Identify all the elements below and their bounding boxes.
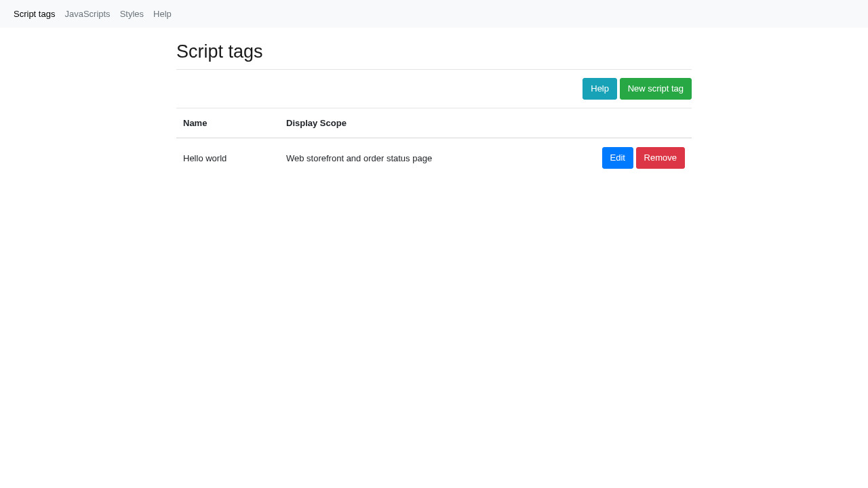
table-row: Hello world Web storefront and order sta… <box>176 138 692 178</box>
cell-display-scope: Web storefront and order status page <box>279 138 537 178</box>
nav-item-javascripts[interactable]: JavaScripts <box>64 9 110 19</box>
help-button[interactable]: Help <box>583 78 617 100</box>
edit-button[interactable]: Edit <box>602 147 633 169</box>
cell-actions: Edit Remove <box>537 138 692 178</box>
remove-button[interactable]: Remove <box>636 147 685 169</box>
script-tags-table: Name Display Scope Hello world Web store… <box>176 108 692 178</box>
main-container: Script tags Help New script tag Name Dis… <box>163 28 705 191</box>
nav-item-help[interactable]: Help <box>153 9 172 19</box>
nav-item-styles[interactable]: Styles <box>120 9 144 19</box>
column-header-name: Name <box>176 108 279 138</box>
page-title: Script tags <box>176 41 692 70</box>
nav-item-script-tags[interactable]: Script tags <box>14 9 55 19</box>
cell-name: Hello world <box>176 138 279 178</box>
column-header-actions <box>537 108 692 138</box>
new-script-tag-button[interactable]: New script tag <box>620 78 692 100</box>
toolbar: Help New script tag <box>176 70 692 108</box>
top-navbar: Script tags JavaScripts Styles Help <box>0 0 868 28</box>
column-header-display-scope: Display Scope <box>279 108 537 138</box>
